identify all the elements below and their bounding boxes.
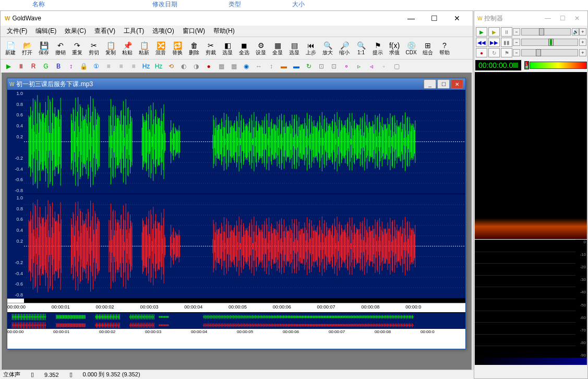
tool2-4[interactable]: B xyxy=(53,61,64,72)
tool2-1[interactable]: ⏸ xyxy=(15,61,27,72)
close-button[interactable]: ✕ xyxy=(446,11,469,26)
doc-minimize-button[interactable]: _ xyxy=(424,79,436,89)
doc-titlebar[interactable]: W 初一初三课后服务下课.mp3 _ ☐ ✕ xyxy=(7,78,465,90)
tool-zoomout[interactable]: 🔎缩小 xyxy=(337,38,352,58)
tool-copy[interactable]: 📋复制 xyxy=(103,38,118,58)
vol-minus-button[interactable]: − xyxy=(513,28,520,35)
tool2-19[interactable]: ◉ xyxy=(241,61,252,72)
controller-titlebar[interactable]: W 控制器 — ☐ ✕ xyxy=(474,11,587,26)
tool2-12[interactable]: Hz xyxy=(153,61,164,72)
tool-redo[interactable]: ↷重复 xyxy=(69,38,85,58)
volume-slider[interactable] xyxy=(521,28,571,35)
col-size[interactable]: 大小 xyxy=(292,0,305,9)
tool-pnew[interactable]: 📋粘新 xyxy=(136,38,152,58)
bal-plus-button[interactable]: + xyxy=(579,39,586,46)
tool2-26[interactable]: ⊡ xyxy=(328,61,340,72)
tool-replace[interactable]: 🔁替换 xyxy=(170,38,185,58)
tool2-15[interactable]: ◑ xyxy=(190,61,202,72)
tool-allshow[interactable]: ▦全显 xyxy=(270,38,285,58)
tool2-3[interactable]: G xyxy=(40,61,52,72)
loop-button[interactable]: ↻ xyxy=(488,48,500,57)
end-button[interactable]: ▮▮ xyxy=(501,38,512,47)
tool-selshow[interactable]: ▤选显 xyxy=(286,38,302,58)
tool-mix[interactable]: 🔀混音 xyxy=(153,38,169,58)
speed-minus-button[interactable]: − xyxy=(513,49,520,56)
tool2-28[interactable]: ▹ xyxy=(353,61,365,72)
tool2-21[interactable]: ↕ xyxy=(266,61,277,72)
tool-hint[interactable]: ⚑提示 xyxy=(370,38,386,58)
tool2-30[interactable]: ◦ xyxy=(378,61,390,72)
tool2-11[interactable]: Hz xyxy=(140,61,152,72)
timeline-ruler[interactable]: 00:00:0000:00:0100:00:0200:00:0300:00:04… xyxy=(7,303,465,312)
tool2-24[interactable]: ↻ xyxy=(303,61,315,72)
tool2-0[interactable]: ▶ xyxy=(3,61,14,72)
selection-bar[interactable] xyxy=(24,299,465,303)
menu-window[interactable]: 窗口(W) xyxy=(178,26,209,37)
menu-file[interactable]: 文件(F) xyxy=(3,26,31,37)
tool-zoomin[interactable]: 🔍放大 xyxy=(320,38,335,58)
col-name[interactable]: 名称 xyxy=(32,0,45,9)
tool2-13[interactable]: ⟲ xyxy=(165,61,177,72)
overview-timeline[interactable]: 00:00:0000:00:0100:00:0200:00:0300:00:04… xyxy=(7,329,465,335)
tool2-8[interactable]: ≡ xyxy=(103,61,114,72)
main-titlebar[interactable]: W GoldWave — ☐ ✕ xyxy=(1,11,473,26)
forward-button[interactable]: ▶▶ xyxy=(488,38,500,47)
ctrl-minimize-button[interactable]: — xyxy=(541,13,555,23)
waveform-canvas-area[interactable] xyxy=(24,90,465,303)
col-date[interactable]: 修改日期 xyxy=(152,0,177,9)
speaker-icon[interactable]: 🔊 xyxy=(572,28,579,35)
tool-help[interactable]: ?帮助 xyxy=(437,38,452,58)
tool-undo[interactable]: ↶撤销 xyxy=(53,38,68,58)
menu-help[interactable]: 帮助(H) xyxy=(209,26,239,37)
doc-close-button[interactable]: ✕ xyxy=(451,79,463,89)
tool-selview[interactable]: ◧选显 xyxy=(220,38,235,58)
tool2-20[interactable]: ↔ xyxy=(253,61,265,72)
tool-set[interactable]: ⚙设显 xyxy=(253,38,269,58)
bal-minus-button[interactable]: − xyxy=(513,39,520,46)
doc-maximize-button[interactable]: ☐ xyxy=(437,79,450,89)
mark-button[interactable]: ⚑ xyxy=(501,48,512,57)
tool-11[interactable]: 🔍1:1 xyxy=(353,38,369,58)
tool2-9[interactable]: ≡ xyxy=(115,61,127,72)
tool2-22[interactable]: ▬ xyxy=(278,61,290,72)
tool2-14[interactable]: ◐ xyxy=(178,61,189,72)
tool2-6[interactable]: 🔒 xyxy=(78,61,89,72)
speed-slider[interactable] xyxy=(521,49,578,56)
tool2-10[interactable]: ≡ xyxy=(128,61,139,72)
tool-cdx[interactable]: 💿CDX xyxy=(403,38,419,58)
tool2-27[interactable]: ⚬ xyxy=(341,61,352,72)
overview-waveform[interactable]: 00:00:0000:00:0100:00:0200:00:0300:00:04… xyxy=(7,312,465,335)
tool2-23[interactable]: ▬ xyxy=(291,61,302,72)
tool-all[interactable]: ◼全选 xyxy=(236,38,252,58)
tool2-25[interactable]: ⊡ xyxy=(316,61,327,72)
tool-paste[interactable]: 📌粘贴 xyxy=(119,38,135,58)
col-type[interactable]: 类型 xyxy=(229,0,241,9)
tool2-29[interactable]: ◃ xyxy=(366,61,377,72)
tool-delete[interactable]: 🗑删除 xyxy=(186,38,202,58)
menu-edit[interactable]: 编辑(E) xyxy=(31,26,61,37)
tool-cut[interactable]: ✂剪切 xyxy=(86,38,102,58)
tool-new[interactable]: 📄新建 xyxy=(3,38,18,58)
tool2-5[interactable]: ↕ xyxy=(65,61,77,72)
tool2-2[interactable]: R xyxy=(28,61,39,72)
record-button[interactable]: ● xyxy=(476,48,487,57)
left-channel-waveform[interactable] xyxy=(24,90,465,194)
balance-slider[interactable] xyxy=(521,39,578,46)
tool-eval[interactable]: f(x)求值 xyxy=(387,38,402,58)
menu-tool[interactable]: 工具(T) xyxy=(119,26,148,37)
play-button[interactable]: ▶ xyxy=(476,27,487,37)
menu-effect[interactable]: 效果(C) xyxy=(61,26,90,37)
pause-button[interactable]: ⏸ xyxy=(501,27,512,37)
vol-plus-button[interactable]: + xyxy=(579,28,586,35)
tool-trim[interactable]: ✂剪裁 xyxy=(203,38,219,58)
speed-plus-button[interactable]: + xyxy=(579,49,586,56)
maximize-button[interactable]: ☐ xyxy=(423,11,446,26)
minimize-button[interactable]: — xyxy=(400,11,423,26)
tool-prev[interactable]: ⏮上步 xyxy=(303,38,319,58)
tool-save[interactable]: 💾保存 xyxy=(36,38,52,58)
rewind-button[interactable]: ◀◀ xyxy=(476,38,487,47)
tool-open[interactable]: 📂打开 xyxy=(19,38,35,58)
tool2-18[interactable]: ▦ xyxy=(228,61,239,72)
tool2-31[interactable]: ▢ xyxy=(391,61,402,72)
menu-option[interactable]: 选项(O) xyxy=(148,26,178,37)
